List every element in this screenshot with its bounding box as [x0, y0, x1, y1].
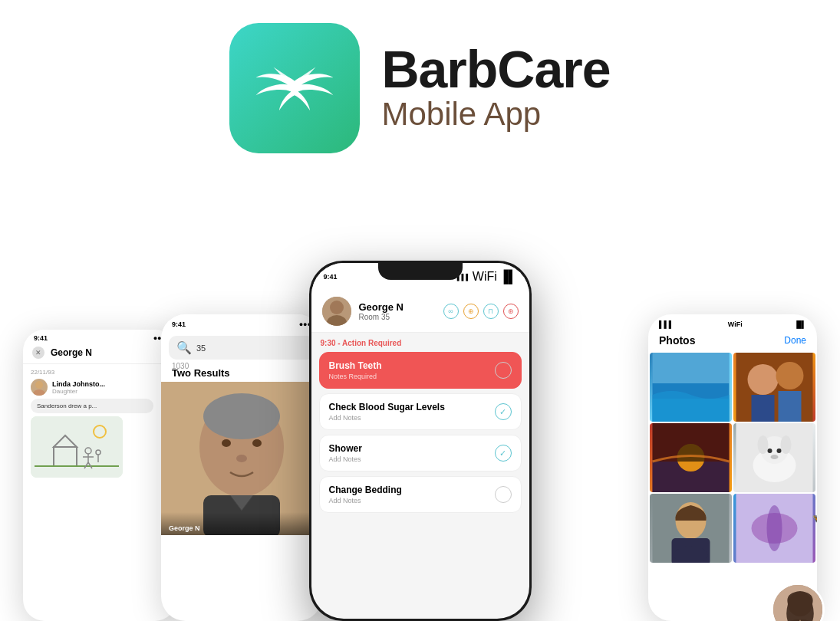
phones-area: 9:41 ●●● ✕ George N 22/11/93 Linda Johns…: [0, 253, 840, 621]
notch: [378, 263, 463, 280]
task-note: Add Notes: [329, 414, 445, 422]
notch-bar: 9:41 ▌▌▌ WiFi ▐▌: [311, 263, 529, 291]
msg-contact-row: Linda Johnsto... Daughter: [31, 379, 169, 396]
search-status-bar: 9:41 ●●●: [161, 314, 322, 331]
msg-date: 22/11/93: [31, 369, 169, 376]
result-person-name: George N: [169, 524, 200, 532]
patient-room: Room 35: [359, 313, 436, 321]
photos-signal: ▌▌▌: [659, 320, 674, 328]
photos-title: Photos: [659, 334, 695, 347]
face-overlay: George N: [161, 512, 322, 535]
photos-done-button[interactable]: Done: [784, 335, 806, 346]
task-title: Check Blood Sugar Levels: [329, 402, 445, 412]
svg-rect-30: [752, 395, 775, 422]
photos-grid: [648, 353, 817, 563]
patient-action-icons: ∞ ⊕ ⊓ ⊛: [443, 304, 519, 319]
status-bar-messages: 9:41 ●●●: [23, 330, 176, 343]
messages-nav: ✕ George N: [23, 343, 176, 364]
bucket-icon[interactable]: ⊓: [483, 304, 499, 319]
task-title: Change Bedding: [329, 485, 402, 495]
search-bar[interactable]: 🔍 35: [169, 336, 315, 360]
task-shower[interactable]: Shower Add Notes ✓: [319, 435, 522, 472]
sender-role: Daughter: [52, 388, 105, 395]
svg-point-18: [252, 439, 262, 447]
patient-avatar: [322, 297, 351, 326]
svg-rect-26: [653, 353, 730, 383]
search-result-image: George N: [161, 382, 322, 535]
svg-point-50: [767, 505, 782, 551]
status-time-messages: 9:41: [34, 334, 48, 342]
main-status-time: 9:41: [324, 273, 338, 281]
pin-icon[interactable]: ⊕: [463, 304, 479, 319]
task-info: Shower Add Notes: [329, 443, 362, 463]
messages-contact: George N: [51, 347, 92, 358]
butterfly-decoration-1: 🦋: [812, 509, 817, 529]
patient-name: George N: [359, 301, 436, 313]
task-brush-teeth[interactable]: Brush Teeth Notes Required: [319, 352, 522, 389]
svg-point-1: [33, 389, 45, 396]
svg-point-0: [35, 381, 43, 389]
svg-point-22: [330, 301, 344, 314]
search-result-container: 1030: [161, 382, 322, 535]
svg-point-41: [768, 449, 772, 453]
app-name: BarbCare: [381, 43, 610, 95]
svg-point-42: [777, 449, 782, 453]
header: BarbCare Mobile App: [0, 0, 840, 153]
task-note: Add Notes: [329, 455, 362, 463]
search-time: 9:41: [172, 320, 186, 328]
app-title-block: BarbCare Mobile App: [381, 43, 610, 133]
photo-5[interactable]: [650, 494, 732, 563]
photos-status-bar: ▌▌▌ WiFi █▌: [648, 314, 817, 331]
message-bubble: Sanderson drew a p...: [31, 399, 153, 413]
search-icon: 🔍: [176, 340, 192, 355]
phone-main: 9:41 ▌▌▌ WiFi ▐▌ George N: [309, 261, 532, 621]
task-check[interactable]: [495, 362, 512, 379]
task-note: Add Notes: [329, 497, 402, 504]
photo-4[interactable]: [733, 423, 815, 492]
svg-point-39: [758, 435, 769, 454]
svg-point-29: [776, 362, 804, 389]
svg-point-43: [771, 455, 779, 459]
photo-2[interactable]: [733, 353, 815, 422]
svg-rect-31: [779, 391, 802, 422]
task-info: Brush Teeth Notes Required: [329, 360, 382, 380]
phone-photos: ▌▌▌ WiFi █▌ Photos Done: [648, 314, 817, 621]
task-title: Brush Teeth: [329, 360, 382, 371]
task-check[interactable]: [495, 486, 512, 503]
patient-info: George N Room 35: [359, 301, 436, 321]
task-info: Check Blood Sugar Levels Add Notes: [329, 402, 445, 422]
photos-wifi: WiFi: [728, 320, 743, 328]
task-title: Shower: [329, 443, 362, 454]
photo-3[interactable]: [650, 423, 732, 492]
drawing-thumbnail: [31, 416, 123, 478]
svg-point-19: [236, 455, 247, 462]
svg-point-28: [748, 364, 779, 395]
task-check[interactable]: ✓: [495, 403, 512, 420]
task-info: Change Bedding Add Notes: [329, 485, 402, 504]
patient-header: George N Room 35 ∞ ⊕ ⊓ ⊛: [311, 291, 529, 333]
photo-1[interactable]: [650, 353, 732, 422]
app-subtitle: Mobile App: [381, 95, 610, 133]
svg-point-40: [781, 435, 792, 454]
time-action-label: 9:30 - Action Required: [319, 339, 522, 347]
task-change-bedding[interactable]: Change Bedding Add Notes: [319, 476, 522, 513]
phone-search: 9:41 ●●● 🔍 35 Two Results 1030: [161, 314, 322, 621]
sender-avatar: [31, 379, 48, 396]
photos-header: Photos Done: [648, 331, 817, 353]
phone-main-inner: 9:41 ▌▌▌ WiFi ▐▌ George N: [311, 263, 529, 619]
task-blood-sugar[interactable]: Check Blood Sugar Levels Add Notes ✓: [319, 393, 522, 430]
task-check[interactable]: ✓: [495, 445, 512, 462]
warning-icon[interactable]: ⊛: [503, 304, 519, 319]
photo-6[interactable]: [733, 494, 815, 563]
sender-name: Linda Johnsto...: [52, 380, 105, 388]
task-note: Notes Required: [329, 373, 382, 380]
close-button[interactable]: ✕: [32, 347, 44, 359]
tasks-container: 9:30 - Action Required Brush Teeth Notes…: [311, 333, 529, 519]
message-list: 22/11/93 Linda Johnsto... Daughter Sande…: [23, 364, 176, 482]
photos-battery: █▌: [796, 320, 806, 328]
app-icon: [229, 23, 360, 153]
svg-point-16: [203, 393, 280, 439]
result-count: 1030: [172, 362, 189, 370]
msg-info: Linda Johnsto... Daughter: [52, 380, 105, 395]
link-icon[interactable]: ∞: [443, 304, 459, 319]
